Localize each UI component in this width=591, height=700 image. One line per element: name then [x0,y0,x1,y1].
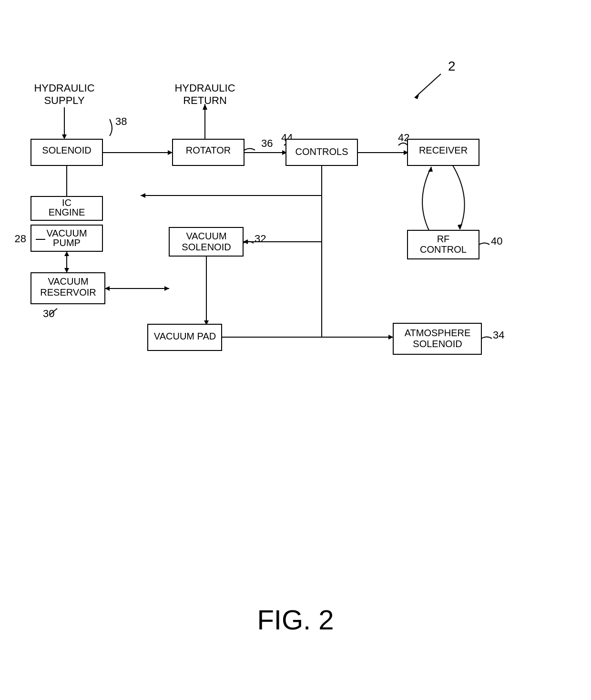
label-38: 38 [115,115,127,127]
label-32: 32 [255,233,266,245]
vacuum-pad-label: VACUUM PAD [154,331,216,341]
label-30: 30 [43,308,54,319]
rf-control-label2: CONTROL [420,244,467,255]
hydraulic-return-label: HYDRAULIC [174,82,235,94]
label-40: 40 [491,235,502,247]
vacuum-reservoir-label1: VACUUM [48,276,88,287]
ref-2: 2 [448,59,456,73]
rf-control-label1: RF [437,234,450,244]
hydraulic-supply-label2: SUPPLY [44,94,85,106]
atmosphere-solenoid-label2: SOLENOID [413,339,462,349]
vacuum-pump-label1: VACUUM [46,228,87,238]
ic-engine-label1: IC [62,197,71,208]
figure-label: FIG. 2 [257,604,334,635]
ic-engine-label2: ENGINE [49,207,85,217]
vacuum-solenoid-label2: SOLENOID [182,242,231,252]
hydraulic-supply-label: HYDRAULIC [34,82,94,94]
controls-label: CONTROLS [295,146,348,157]
label-28: 28 [15,233,26,245]
rotator-label: ROTATOR [186,145,231,155]
vacuum-solenoid-label1: VACUUM [186,231,226,241]
label-34: 34 [493,329,504,341]
label-36: 36 [261,137,273,149]
svg-rect-0 [0,0,591,700]
solenoid-label: SOLENOID [42,145,91,155]
vacuum-pump-label2: PUMP [53,237,81,248]
atmosphere-solenoid-label1: ATMOSPHERE [405,328,471,338]
vacuum-reservoir-label2: RESERVOIR [40,287,96,298]
receiver-label: RECEIVER [419,145,468,155]
